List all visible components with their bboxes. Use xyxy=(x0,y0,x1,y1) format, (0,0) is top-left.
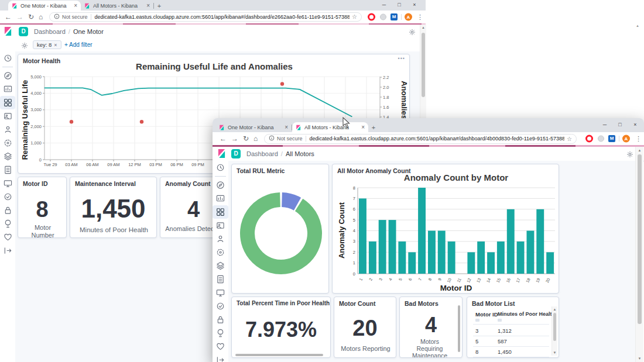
opera-extension-icon[interactable] xyxy=(585,135,593,143)
extension-icon[interactable] xyxy=(380,14,386,20)
sidebar-item-uptime[interactable] xyxy=(213,299,228,313)
sidebar-item-siem[interactable] xyxy=(0,204,15,217)
sidebar-item-machine-learning[interactable] xyxy=(0,136,15,150)
sidebar-item-stack-monitoring[interactable] xyxy=(213,340,228,353)
dashboard-settings-icon[interactable] xyxy=(626,150,633,160)
home-button[interactable]: ⌂ xyxy=(254,135,258,142)
sidebar-item-dashboard[interactable] xyxy=(0,96,15,109)
bookmark-star-icon[interactable]: ☆ xyxy=(567,136,572,142)
tab-close-icon[interactable]: × xyxy=(74,3,77,9)
scrollbar-up-icon[interactable]: ▲ xyxy=(552,308,557,311)
info-icon[interactable] xyxy=(54,13,60,20)
minimize-button[interactable]: ─ xyxy=(597,120,612,130)
url-text[interactable]: dedicated-kafka1.eastus.cloudapp.azure.c… xyxy=(309,136,564,142)
sidebar-item-stack-monitoring[interactable] xyxy=(0,230,15,244)
table-column-header[interactable]: Motor ID xyxy=(475,311,498,318)
add-filter-link[interactable]: + Add filter xyxy=(64,42,93,48)
table-column-header[interactable]: Minutes of Poor Health xyxy=(498,311,555,317)
home-button[interactable]: ⌂ xyxy=(39,13,43,20)
scrollbar-thumb[interactable] xyxy=(422,33,425,97)
dashboard-settings-icon[interactable] xyxy=(409,27,416,38)
sidebar-item-discover[interactable] xyxy=(0,69,15,82)
column-filter-icon[interactable] xyxy=(498,319,502,322)
m-extension-icon[interactable]: M xyxy=(608,135,615,142)
vertical-scrollbar-thumb[interactable] xyxy=(458,305,460,352)
total-rul-donut-chart[interactable] xyxy=(232,164,329,294)
sidebar-item-apm[interactable] xyxy=(213,286,228,299)
back-button[interactable]: ← xyxy=(220,135,227,142)
profile-avatar[interactable]: A xyxy=(622,135,630,143)
scrollbar-up-icon[interactable]: ▲ xyxy=(636,149,643,152)
sidebar-item-canvas[interactable] xyxy=(213,219,228,232)
sidebar-item-maps[interactable] xyxy=(0,123,15,136)
browser-tab[interactable]: One Motor - Kibana× xyxy=(215,122,292,132)
browser-tab[interactable]: All Motors - Kibana× xyxy=(292,122,368,132)
sidebar-item-logs[interactable] xyxy=(0,163,15,177)
sidebar-item-collapse[interactable] xyxy=(0,244,15,257)
forward-button[interactable]: → xyxy=(231,135,238,142)
bookmark-star-icon[interactable]: ☆ xyxy=(352,13,357,20)
sidebar-item-infrastructure[interactable] xyxy=(213,259,228,273)
close-button[interactable]: × xyxy=(628,120,643,130)
forward-button[interactable]: → xyxy=(16,13,23,20)
scrollbar-up-icon[interactable]: ▲ xyxy=(420,26,426,29)
sidebar-item-infrastructure[interactable] xyxy=(0,150,15,163)
tab-close-icon[interactable]: × xyxy=(361,125,365,130)
sidebar-item-recently-viewed[interactable] xyxy=(0,51,15,65)
extension-icon[interactable] xyxy=(598,136,604,142)
maximize-button[interactable]: □ xyxy=(392,0,407,10)
address-bar[interactable]: Not secure dedicated-kafka1.eastus.cloud… xyxy=(264,134,577,144)
scrollbar-down-icon[interactable]: ▼ xyxy=(636,357,643,360)
filter-pill[interactable]: key: 8 × xyxy=(33,40,61,49)
scrollbar-thumb[interactable] xyxy=(553,313,556,341)
reload-button[interactable]: ↻ xyxy=(28,13,34,20)
tab-close-icon[interactable]: × xyxy=(146,3,150,9)
background-scrollbar-up-icon[interactable]: ▲ xyxy=(633,24,642,27)
sidebar-item-logs[interactable] xyxy=(213,273,228,286)
address-bar[interactable]: Not secure dedicated-kafka1.eastus.cloud… xyxy=(49,12,362,22)
browser-menu-icon[interactable]: ⋮ xyxy=(635,135,642,142)
close-button[interactable]: × xyxy=(407,0,422,10)
back-button[interactable]: ← xyxy=(5,13,12,20)
browser-tab[interactable]: All Motors - Kibana× xyxy=(81,1,153,11)
horizontal-scrollbar-thumb[interactable] xyxy=(235,354,323,356)
breadcrumb-section[interactable]: Dashboard xyxy=(34,28,66,35)
filter-settings-icon[interactable] xyxy=(21,41,28,51)
browser-tab[interactable]: One Motor - Kibana× xyxy=(8,1,81,11)
sidebar-item-canvas[interactable] xyxy=(0,109,15,123)
minimize-button[interactable]: ─ xyxy=(376,0,392,10)
sidebar-item-visualize[interactable] xyxy=(0,82,15,96)
filter-remove-icon[interactable]: × xyxy=(54,42,57,48)
sidebar-item-visualize[interactable] xyxy=(213,192,228,205)
kibana-logo-icon[interactable] xyxy=(217,149,226,160)
sidebar-item-machine-learning[interactable] xyxy=(213,246,228,259)
sidebar-item-maps[interactable] xyxy=(213,232,228,246)
url-text[interactable]: dedicated-kafka1.eastus.cloudapp.azure.c… xyxy=(94,14,350,20)
sidebar-item-discover[interactable] xyxy=(213,178,228,192)
anomaly-count-bar-chart[interactable]: 0123456781234567891011121314151617181920… xyxy=(333,164,559,294)
sidebar-item-siem[interactable] xyxy=(213,313,228,326)
space-badge[interactable]: D xyxy=(231,149,241,158)
new-tab-button[interactable]: + xyxy=(368,123,379,132)
info-icon[interactable] xyxy=(269,135,275,142)
profile-avatar[interactable]: A xyxy=(405,13,412,21)
reload-button[interactable]: ↻ xyxy=(243,135,249,142)
sidebar-item-dev-tools[interactable] xyxy=(213,326,228,340)
new-tab-button[interactable]: + xyxy=(154,1,165,11)
scrollbar-down-icon[interactable]: ▼ xyxy=(552,351,557,354)
sidebar-item-recently-viewed[interactable] xyxy=(213,161,228,174)
m-extension-icon[interactable]: M xyxy=(390,13,398,20)
sidebar-item-uptime[interactable] xyxy=(0,190,15,204)
space-badge[interactable]: D xyxy=(19,27,28,36)
scrollbar-thumb[interactable] xyxy=(638,154,642,324)
table-scrollbar[interactable]: ▲ ▼ xyxy=(551,306,557,356)
breadcrumb-section[interactable]: Dashboard xyxy=(246,150,278,157)
maximize-button[interactable]: □ xyxy=(612,120,628,130)
browser-menu-icon[interactable]: ⋮ xyxy=(417,13,423,20)
kibana-logo-icon[interactable] xyxy=(4,27,12,38)
column-filter-icon[interactable] xyxy=(475,319,479,322)
page-scrollbar[interactable]: ▲ ▼ xyxy=(635,147,643,362)
opera-extension-icon[interactable] xyxy=(368,13,375,21)
sidebar-item-dashboard[interactable] xyxy=(213,205,228,219)
sidebar-item-apm[interactable] xyxy=(0,177,15,190)
